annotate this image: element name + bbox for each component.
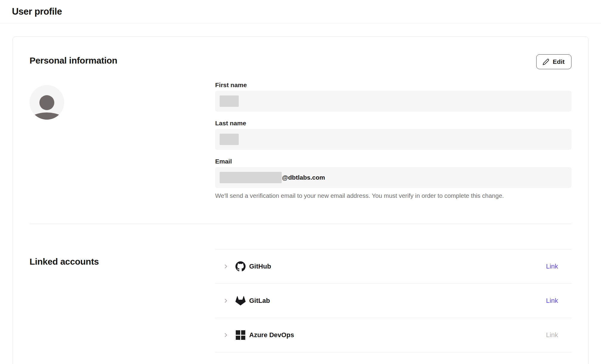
github-link-action[interactable]: Link [546, 263, 558, 270]
avatar-column [30, 81, 215, 199]
pencil-icon [543, 58, 549, 65]
linked-account-row-azure-devops[interactable]: Azure DevOps Link [215, 318, 571, 352]
email-label: Email [215, 158, 571, 165]
profile-card: Personal information Edit First name Las… [13, 36, 588, 364]
linked-account-row-github[interactable]: GitHub Link [215, 249, 571, 284]
provider-name: GitHub [249, 263, 271, 270]
avatar-head-shape [39, 95, 54, 110]
redacted-first-name-value [220, 95, 239, 107]
linked-accounts-section: Linked accounts GitHub Link [30, 224, 571, 352]
personal-form: First name Last name Email @dbtlabs.com … [215, 81, 571, 199]
provider-name: GitLab [249, 297, 270, 305]
first-name-label: First name [215, 81, 571, 89]
azure-devops-icon [235, 330, 246, 340]
avatar-body-shape [30, 112, 64, 120]
linked-account-row-gitlab[interactable]: GitLab Link [215, 284, 571, 318]
page-title: User profile [12, 6, 62, 17]
chevron-right-icon[interactable] [223, 263, 229, 270]
linked-accounts-heading: Linked accounts [30, 256, 215, 267]
chevron-right-icon[interactable] [223, 297, 229, 304]
personal-information-heading: Personal information [30, 55, 117, 66]
personal-section-body: First name Last name Email @dbtlabs.com … [30, 81, 571, 199]
provider-name: Azure DevOps [249, 331, 294, 339]
email-field: @dbtlabs.com [215, 167, 571, 188]
first-name-field [215, 91, 571, 112]
email-domain-text: @dbtlabs.com [282, 174, 325, 181]
chevron-right-icon[interactable] [223, 332, 229, 338]
edit-button-label: Edit [553, 58, 565, 65]
github-icon [235, 261, 246, 272]
gitlab-icon [235, 296, 246, 306]
linked-accounts-heading-column: Linked accounts [30, 224, 215, 352]
azure-devops-link-action: Link [546, 331, 558, 339]
linked-accounts-list-column: GitHub Link GitLab Link [215, 224, 571, 352]
linked-accounts-list: GitHub Link GitLab Link [215, 249, 571, 352]
redacted-email-local-part [220, 172, 282, 183]
personal-section-header: Personal information Edit [30, 55, 571, 69]
redacted-last-name-value [220, 134, 239, 145]
edit-button[interactable]: Edit [536, 54, 571, 69]
email-helper-text: We'll send a verification email to your … [215, 192, 571, 199]
gitlab-link-action[interactable]: Link [546, 297, 558, 305]
last-name-label: Last name [215, 119, 571, 127]
last-name-field [215, 129, 571, 150]
avatar [30, 85, 64, 120]
page-header: User profile [0, 0, 601, 24]
